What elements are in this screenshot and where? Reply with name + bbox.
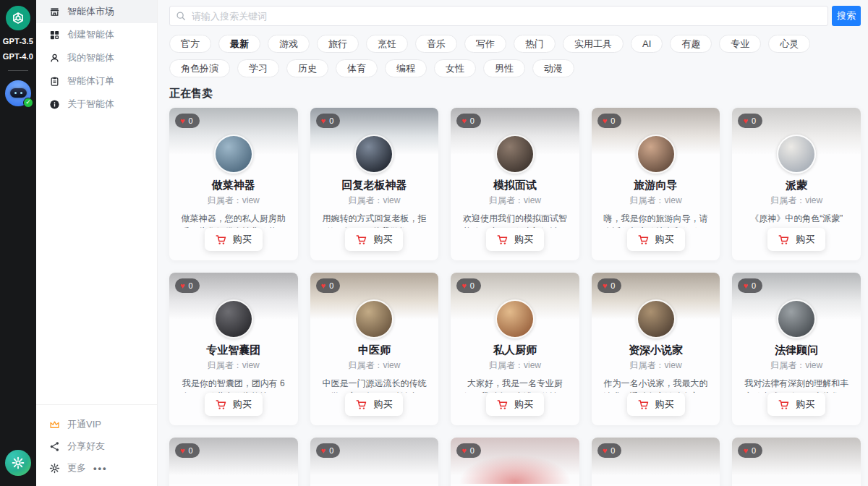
search-icon [176,11,186,21]
sidebar-item-open-vip[interactable]: 开通VIP [36,414,157,435]
tag-pill[interactable]: 最新 [218,35,260,53]
tag-pill[interactable]: 女性 [434,59,476,77]
agent-card[interactable]: ♥ 0 资深小说家 归属者：view 作为一名小说家，我最大的追求是通过文字触动… [592,273,720,425]
tag-pill[interactable]: 实用工具 [563,35,624,53]
agent-card[interactable]: ♥ 0 法律顾问 归属者：view 我对法律有深刻的理解和丰富的实践经验，愿意为… [732,273,861,425]
agent-name: 资深小说家 [629,344,683,357]
likes-badge[interactable]: ♥ 0 [175,114,200,128]
heart-icon: ♥ [321,282,326,290]
sidebar-item-label: 更多 [67,461,86,474]
likes-badge[interactable]: ♥ 0 [456,278,481,293]
agent-name: 模拟面试 [493,179,537,192]
tag-pill[interactable]: 心灵 [768,35,810,53]
tag-pill[interactable]: 烹饪 [366,35,408,53]
buy-button[interactable]: 购买 [345,228,403,251]
settings-avatar[interactable] [5,450,31,476]
heart-icon: ♥ [461,447,467,455]
tag-pill[interactable]: 写作 [464,35,506,53]
agent-card[interactable]: ♥ 0 [451,438,579,486]
agent-card[interactable]: ♥ 0 派蒙 归属者：view 《原神》中的角色“派蒙” 购买 [732,108,861,260]
search-input[interactable] [169,6,828,26]
tag-pill[interactable]: 编程 [385,59,427,77]
likes-badge[interactable]: ♥ 0 [175,443,200,458]
sidebar-item-about-agents[interactable]: 关于智能体 [36,93,157,116]
owner-name: view [242,360,260,370]
agent-owner: 归属者：view [348,195,400,207]
buy-button[interactable]: 购买 [486,228,544,251]
search-bar: 搜索 [169,6,861,26]
likes-badge[interactable]: ♥ 0 [456,114,481,128]
agent-card[interactable]: ♥ 0 [169,438,298,486]
buy-button[interactable]: 购买 [767,393,825,416]
tag-pill[interactable]: 角色扮演 [169,59,230,77]
tag-pill[interactable]: 专业 [719,35,761,53]
likes-badge[interactable]: ♥ 0 [738,443,762,458]
model-gpt-3-5[interactable]: GPT-3.5 [3,37,33,46]
model-gpt-4-0[interactable]: GPT-4.0 [3,52,33,61]
owner-name: view [805,195,822,205]
buy-button[interactable]: 购买 [486,393,544,416]
agent-avatar [354,135,393,174]
buy-button[interactable]: 购买 [345,393,403,416]
tag-pill[interactable]: 旅行 [317,35,359,53]
tag-pill[interactable]: 有趣 [670,35,712,53]
tag-pill[interactable]: AI [631,35,663,53]
likes-badge[interactable]: ♥ 0 [738,114,762,128]
owner-name: view [665,360,682,370]
agent-card[interactable]: ♥ 0 [592,438,720,486]
likes-badge[interactable]: ♥ 0 [316,278,341,293]
owner-prefix-label: 归属者： [348,360,383,370]
user-robot-avatar[interactable]: ✓ [5,80,31,106]
search-button[interactable]: 搜索 [832,6,861,26]
cart-icon [216,399,226,410]
buy-button[interactable]: 购买 [627,228,685,251]
agent-card[interactable]: ♥ 0 [310,438,439,486]
agent-owner: 归属者：view [489,195,541,207]
likes-badge[interactable]: ♥ 0 [316,443,341,458]
agent-card[interactable]: ♥ 0 回复老板神器 归属者：view 用婉转的方式回复老板，拒绝职场PUA 从… [310,108,439,260]
agent-card[interactable]: ♥ 0 专业智囊团 归属者：view 我是你的智囊团，团内有 6 个不同的董事作… [169,273,298,425]
heart-icon: ♥ [603,447,608,455]
likes-badge[interactable]: ♥ 0 [316,114,341,128]
sidebar-item-more[interactable]: 更多 ••• [36,457,157,479]
tag-pill[interactable]: 体育 [336,59,378,77]
agent-card[interactable]: ♥ 0 中医师 归属者：view 中医是一门源远流长的传统医学，它不仅是一种治疗… [310,273,439,425]
agent-description: 欢迎使用我们的模拟面试智能体，这是一款专门设计来提升您面试技能的智... [460,212,570,228]
tag-pill[interactable]: 历史 [286,59,328,77]
sidebar-item-share-friends[interactable]: 分享好友 [36,435,157,457]
heart-icon: ♥ [743,117,748,125]
agent-description: 《原神》中的角色“派蒙” [750,212,843,225]
agent-card[interactable]: ♥ 0 旅游向导 归属者：view 嗨，我是你的旅游向导，请告诉你想去的地点和你… [592,108,720,260]
sidebar-item-agent-market[interactable]: 智能体市场 [36,0,157,23]
agent-card[interactable]: ♥ 0 模拟面试 归属者：view 欢迎使用我们的模拟面试智能体，这是一款专门设… [451,108,579,260]
likes-badge[interactable]: ♥ 0 [597,443,622,458]
likes-badge[interactable]: ♥ 0 [175,278,200,293]
agent-card[interactable]: ♥ 0 [732,438,861,486]
sidebar-item-my-agents[interactable]: 我的智能体 [36,46,157,69]
heart-icon: ♥ [743,447,748,455]
tag-pill[interactable]: 学习 [237,59,279,77]
agent-card[interactable]: ♥ 0 做菜神器 归属者：view 做菜神器，您的私人厨房助手，为您提供个性化的… [169,108,298,260]
likes-badge[interactable]: ♥ 0 [597,278,622,293]
agent-card[interactable]: ♥ 0 私人厨师 归属者：view 大家好，我是一名专业厨师。我对食物充满了热情… [451,273,579,425]
openai-logo-icon[interactable] [6,6,30,30]
buy-button[interactable]: 购买 [767,228,825,251]
buy-button[interactable]: 购买 [627,393,685,416]
cart-icon [638,234,649,245]
buy-button[interactable]: 购买 [205,228,263,251]
likes-badge[interactable]: ♥ 0 [738,278,762,293]
owner-prefix-label: 归属者： [489,360,524,370]
buy-button-label: 购买 [514,398,533,411]
buy-button[interactable]: 购买 [205,393,263,416]
tag-pill[interactable]: 游戏 [268,35,310,53]
likes-badge[interactable]: ♥ 0 [597,114,622,128]
tag-pill[interactable]: 热门 [514,35,556,53]
tag-pill[interactable]: 音乐 [415,35,457,53]
likes-badge[interactable]: ♥ 0 [456,443,481,458]
tag-pill[interactable]: 官方 [169,35,211,53]
heart-icon: ♥ [180,447,185,455]
tag-pill[interactable]: 男性 [483,59,525,77]
tag-pill[interactable]: 动漫 [532,59,574,77]
sidebar-item-agent-orders[interactable]: 智能体订单 [36,69,157,93]
sidebar-item-create-agent[interactable]: 创建智能体 [36,23,157,46]
